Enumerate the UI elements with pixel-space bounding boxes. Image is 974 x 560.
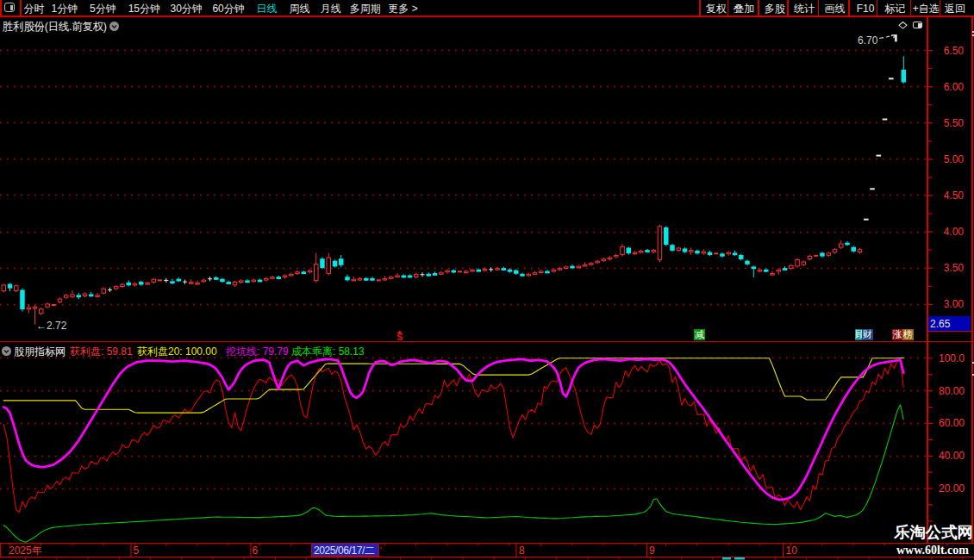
svg-text:S: S	[397, 333, 403, 341]
